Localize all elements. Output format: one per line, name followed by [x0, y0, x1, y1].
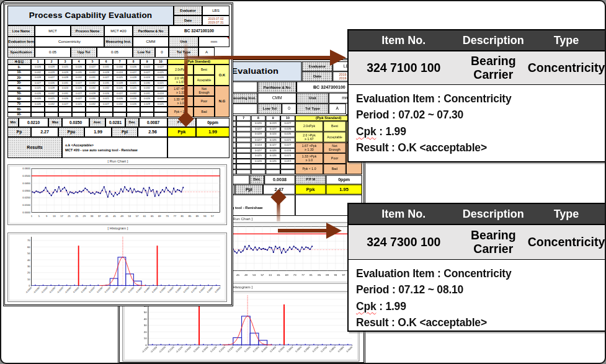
svg-text:69: 69	[285, 273, 289, 277]
svg-text:1: 1	[31, 215, 33, 218]
svg-text:93: 93	[203, 215, 207, 218]
ppl-label: Ppl	[235, 184, 263, 194]
grid-cell: 0.027	[140, 70, 154, 76]
grid-cell: 0.027	[99, 75, 113, 81]
svg-text:-0.0250: -0.0250	[33, 286, 40, 294]
svg-text:0.0050: 0.0050	[201, 345, 209, 353]
svg-text:49: 49	[120, 215, 123, 218]
grid-cell: 0.024	[154, 91, 167, 97]
grid-cell: 0.027	[251, 127, 266, 132]
svg-text:-0.0300: -0.0300	[141, 345, 149, 353]
svg-text:49: 49	[244, 273, 248, 277]
svg-text:0.0250: 0.0250	[235, 345, 243, 353]
tol-type-value: A	[329, 104, 346, 114]
grid-cell: 0.026	[154, 75, 167, 81]
svg-text:0.0500: 0.0500	[277, 345, 285, 353]
summary-period-line: Period : 07.02 ~ 07.30	[356, 107, 597, 123]
grid-cell: 0.021	[280, 153, 295, 159]
summary-info: Evaluation Item : Concentricity Period :…	[349, 85, 605, 161]
summary-col-type: Type	[528, 204, 605, 224]
run-chart-title: [ Run Chart ]	[5, 159, 231, 163]
grid-cell: 0.026	[140, 96, 154, 102]
cpk-word: Cpk	[356, 125, 376, 138]
grid-cell: 0.034	[113, 64, 127, 70]
svg-text:33: 33	[91, 215, 94, 218]
grid-cell: 0.026	[113, 96, 127, 102]
svg-text:0.0500: 0.0500	[151, 286, 158, 293]
grid-row-label: 60-	[7, 96, 31, 102]
svg-text:40: 40	[144, 317, 148, 321]
eval-item-label: Evaluation Item	[7, 37, 35, 47]
grid-cell: 0.027	[99, 102, 113, 107]
grid-cell: 0.027	[154, 64, 167, 70]
histogram-chart: 010203040506070-0.0300-0.0250-0.0200-0.0…	[7, 233, 227, 302]
grid-cell: 0.030	[140, 81, 154, 86]
grid-cell	[72, 112, 86, 118]
results-empty-cell	[167, 137, 229, 158]
run-chart-svg: 0.00000.01000.02000.03000.04000.05000.06…	[8, 165, 226, 224]
svg-text:77: 77	[173, 215, 176, 218]
line-name-label: Line Name	[7, 25, 35, 37]
ppk-rating: Acceptable	[194, 75, 215, 86]
svg-text:65: 65	[277, 273, 281, 277]
grid-corner: 측정값	[7, 59, 31, 64]
grid-cell: 0.031	[58, 91, 72, 97]
grid-cell	[236, 121, 251, 127]
svg-text:-0.0050: -0.0050	[184, 345, 192, 353]
ppk-rating: Acceptable	[323, 131, 346, 142]
grid-cell: 0.028	[251, 131, 266, 137]
grid-cell: 0.029	[45, 64, 58, 70]
summary-result-line: Result : O.K <acceptable>	[356, 314, 597, 331]
grid-cell	[86, 107, 99, 112]
svg-text:-0.0150: -0.0150	[49, 286, 56, 294]
grid-cell	[236, 127, 251, 132]
summary-data-row: 324 7100 100 Bearing Carrier Concentrici…	[349, 51, 605, 85]
svg-text:41: 41	[105, 215, 109, 218]
summary-cpk-line: Cpk : 1.99	[356, 298, 597, 314]
ppk-cond: 1.33 >Ppk ≥ 1.0	[167, 96, 194, 107]
grid-cell	[251, 164, 266, 169]
svg-text:0.0000: 0.0000	[22, 211, 30, 214]
grid-row-label: 20-	[7, 75, 31, 81]
svg-text:81: 81	[310, 273, 313, 277]
date-label: Date	[174, 16, 202, 25]
svg-text:0.0550: 0.0550	[159, 286, 166, 293]
grid-cell	[99, 107, 113, 112]
svg-text:0.0100: 0.0100	[22, 203, 30, 206]
min-label: Min	[7, 118, 19, 127]
grid-cell	[236, 164, 251, 169]
svg-text:0.0850: 0.0850	[207, 286, 213, 293]
ppk-rating: Not Enough	[323, 143, 346, 153]
grid-cell	[31, 112, 45, 118]
summary-eval-item-line: Evaluation Item : Concentricity	[356, 91, 597, 107]
measuring-value: CMM	[257, 93, 296, 104]
svg-text:0.0700: 0.0700	[311, 345, 319, 353]
grid-cell: 0.032	[113, 102, 127, 107]
ppu-label: Ppu	[58, 127, 84, 137]
cpk-value: : 1.99	[376, 300, 406, 313]
summary-item-no: 324 7300 100	[349, 225, 459, 259]
histogram-svg: 010203040506070-0.0300-0.0250-0.0200-0.0…	[8, 233, 226, 301]
summary-header-row: Item No. Description Type	[349, 30, 605, 51]
grid-cell: 0.027	[251, 137, 266, 143]
grid-cell: 0.027	[265, 143, 280, 148]
grid-col-header: 2	[45, 59, 58, 64]
svg-text:0.0550: 0.0550	[286, 345, 294, 353]
grid-cell	[251, 169, 266, 175]
grid-cell	[72, 107, 86, 112]
evaluation-sheet-1: Process Capability Evaluation Evaluator …	[3, 2, 233, 306]
svg-text:45: 45	[113, 215, 116, 218]
grid-row-label: 50-	[7, 91, 31, 97]
measuring-value: CMM	[133, 37, 169, 47]
ppk-label: Ppk	[167, 127, 196, 137]
grid-cell: 0.032	[45, 102, 58, 107]
svg-text:0.0700: 0.0700	[183, 286, 190, 293]
results-text: o.k <Acceptable> MCT #20 - use auto sens…	[62, 137, 167, 158]
svg-text:89: 89	[326, 273, 329, 277]
grid-cell: 0.032	[72, 75, 86, 81]
summary-data-row: 324 7300 100 Bearing Carrier Concentrici…	[349, 225, 605, 260]
grid-cell: 0.026	[72, 64, 86, 70]
grid-cell: 0.026	[31, 96, 45, 102]
grid-cell	[45, 107, 58, 112]
svg-text:77: 77	[301, 273, 305, 277]
